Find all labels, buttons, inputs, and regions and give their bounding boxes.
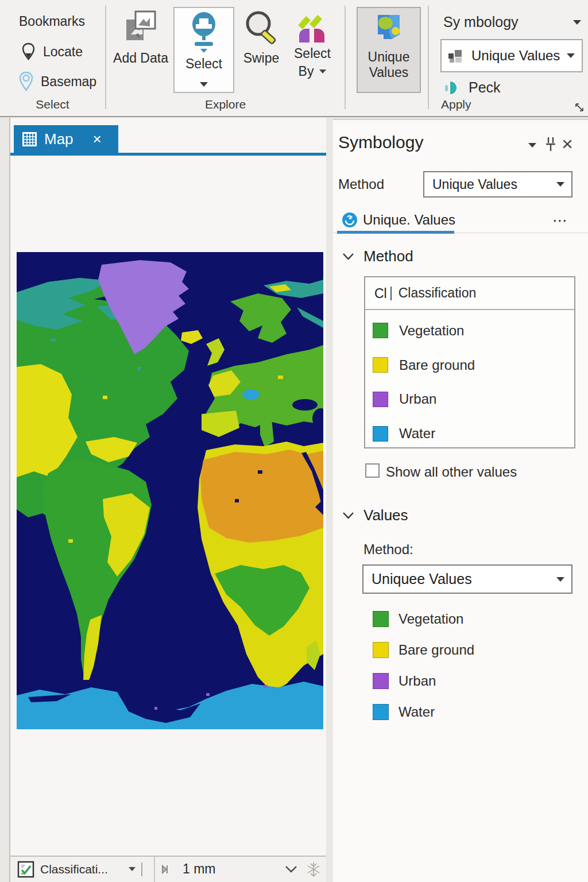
color-chip[interactable] [373, 392, 388, 407]
symbology-menu-label: Sy mbology [443, 14, 519, 30]
legend-row[interactable]: Water [373, 425, 574, 442]
unique-values-tab-label: Unique. Values [363, 212, 455, 228]
values-section-header[interactable]: Values [342, 506, 408, 524]
panel-menu-caret-icon[interactable] [528, 143, 536, 148]
tab-options-ellipsis-icon[interactable]: ⋯ [552, 212, 568, 230]
apply-group-label: Apply [428, 98, 510, 111]
color-chip[interactable] [373, 357, 388, 373]
map-canvas[interactable] [17, 252, 323, 729]
explore-group-label: Explore [106, 98, 345, 111]
select-dropdown-caret-icon[interactable] [200, 82, 208, 87]
method-dropdown-caret-icon [556, 182, 564, 187]
panel-pin-icon[interactable] [544, 136, 557, 153]
select-by-button[interactable]: Select By [287, 10, 338, 79]
class-legend: Vegetation Bare ground Urban Water [365, 310, 574, 454]
renderer-value: Unique Values [463, 48, 567, 64]
legend-row[interactable]: Water [373, 704, 435, 720]
renderer-caret-icon [567, 53, 575, 58]
values-method-value: Uniquee Values [363, 571, 556, 587]
color-chip[interactable] [373, 611, 389, 627]
field-name: Classification [399, 285, 477, 301]
map-view-tab[interactable]: Map × [14, 125, 118, 153]
class-label: Vegetation [399, 323, 464, 339]
map-tab-close-icon[interactable]: × [93, 131, 102, 146]
show-all-other-values-checkbox[interactable] [365, 463, 380, 478]
swipe-magnifier-icon [243, 9, 280, 47]
select-by-label-line2: By [299, 64, 314, 79]
pause-drawing-icon[interactable] [305, 860, 322, 879]
field-selector[interactable]: Cl Classification [365, 277, 574, 310]
color-chip[interactable] [373, 426, 388, 442]
method-dropdown[interactable]: Unique Values [423, 171, 572, 198]
select-tool-button[interactable]: Select [173, 7, 234, 93]
add-data-icon [124, 9, 157, 45]
symbology-caret-icon [573, 20, 581, 25]
method-section-title: Method [363, 247, 413, 265]
values-section-title: Values [363, 506, 408, 524]
ribbon: Bookmarks Locate Basemap Select Add Data [0, 0, 588, 117]
legend-row[interactable]: Urban [373, 391, 574, 407]
select-tool-icon [189, 11, 219, 54]
method-label: Method [338, 176, 384, 192]
chevron-down-icon [342, 253, 354, 261]
classification-box: Cl Classification Vegetation Bare ground… [364, 276, 575, 448]
unique-values-ribbon-button[interactable]: Unique Values [357, 7, 421, 93]
color-chip[interactable] [373, 323, 388, 338]
select-group-label: Select [0, 98, 105, 111]
class-label: Urban [399, 673, 436, 689]
locate-label: Locate [43, 44, 83, 60]
select-by-caret-icon [319, 69, 326, 74]
dialog-launcher-icon[interactable] [574, 102, 585, 113]
peck-icon [444, 80, 458, 95]
class-label: Bare ground [399, 642, 474, 658]
class-label: Water [399, 425, 435, 442]
basemap-button[interactable]: Basemap [18, 71, 96, 92]
legend-row[interactable]: Bare ground [373, 642, 474, 658]
active-layer-label[interactable]: Classificati... [40, 862, 108, 876]
values-method-dropdown[interactable]: Uniquee Values [362, 564, 572, 594]
symbology-panel: Symbology × Method Unique Values Unique.… [333, 119, 588, 882]
renderer-dropdown[interactable]: Unique Values [440, 39, 583, 72]
bookmarks-button[interactable]: Bookmarks [19, 14, 85, 29]
color-chip[interactable] [373, 673, 389, 689]
class-label: Vegetation [399, 611, 463, 627]
map-scale-value[interactable]: 1 mm [183, 861, 216, 877]
tab-underline [10, 153, 326, 156]
method-section-header[interactable]: Method [342, 247, 413, 265]
swipe-button[interactable]: Swipe [238, 9, 285, 66]
chevron-down-icon[interactable] [285, 865, 297, 873]
color-chip[interactable] [373, 704, 389, 720]
map-pane: Map × [9, 118, 326, 882]
unique-values-tab-icon [342, 212, 358, 228]
scale-pointer-icon[interactable] [161, 864, 172, 875]
unique-values-grid-icon [447, 48, 463, 64]
legend-row[interactable]: Bare ground [373, 357, 574, 373]
chevron-down-icon [342, 512, 354, 520]
legend-row[interactable]: Urban [373, 673, 436, 689]
color-chip[interactable] [373, 642, 389, 658]
swipe-label: Swipe [238, 51, 285, 66]
symbology-menu-button[interactable]: Sy mbology [443, 14, 583, 30]
class-label: Bare ground [399, 357, 475, 373]
arcgis-app-window: Bookmarks Locate Basemap Select Add Data [0, 0, 588, 882]
locate-button[interactable]: Locate [22, 42, 83, 61]
peck-button[interactable]: Peck [444, 79, 501, 96]
layer-visibility-button[interactable] [17, 861, 34, 880]
add-data-button[interactable]: Add Data [113, 9, 169, 66]
unique-values-label-line2: Values [358, 65, 420, 80]
map-statusbar: Classificati... 1 mm [10, 856, 326, 882]
select-by-icon [296, 10, 329, 44]
layer-check-icon [17, 861, 34, 878]
basemap-pin-icon [18, 71, 34, 92]
active-tab-underline [337, 231, 454, 234]
unique-values-label-line1: Unique [358, 49, 420, 65]
values-method-caret-icon [556, 577, 564, 582]
legend-row[interactable]: Vegetation [373, 323, 574, 339]
legend-row[interactable]: Vegetation [373, 611, 463, 627]
select-by-label-line1: Select [287, 46, 338, 61]
layer-dropdown-caret-icon[interactable] [129, 867, 136, 871]
panel-close-icon[interactable]: × [562, 133, 573, 155]
unique-values-tab[interactable]: Unique. Values [342, 212, 455, 228]
class-label: Water [399, 704, 435, 720]
values-method-label: Method: [363, 541, 413, 558]
